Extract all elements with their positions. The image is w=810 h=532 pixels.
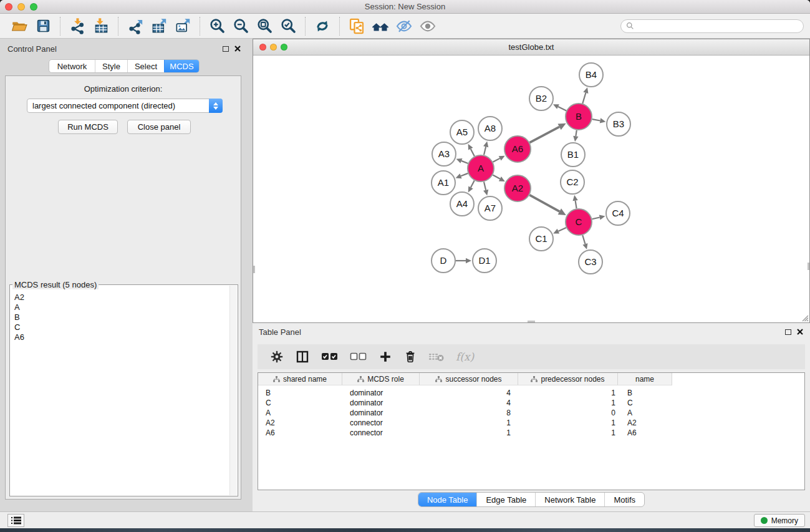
network-graph[interactable]: B4B2BB3B1A6A5A8A3AA1A4A7A2C2CC4C1C3DD1 — [253, 56, 809, 322]
tab-node-table[interactable]: Node Table — [418, 493, 477, 506]
graph-edge-B-B4[interactable] — [582, 93, 586, 104]
graph-edge-A2-C[interactable] — [529, 195, 559, 211]
tab-network-table[interactable]: Network Table — [535, 493, 604, 506]
result-item[interactable]: C — [14, 322, 229, 332]
save-session-button[interactable] — [31, 16, 55, 37]
table-row[interactable]: Bdominator41B — [258, 388, 804, 398]
clone-network-button[interactable] — [345, 16, 369, 37]
tab-style[interactable]: Style — [95, 60, 127, 72]
column-header-shared-name[interactable]: shared name — [258, 373, 342, 385]
run-mcds-button[interactable]: Run MCDS — [58, 120, 118, 134]
save-floppy-icon — [36, 18, 51, 34]
result-item[interactable]: A6 — [14, 332, 229, 342]
table-settings-button[interactable] — [270, 350, 284, 364]
float-panel-icon[interactable] — [223, 46, 229, 52]
tab-select[interactable]: Select — [127, 60, 164, 72]
column-header-name[interactable]: name — [618, 373, 672, 385]
search-icon — [626, 22, 634, 30]
right-scroll-hint[interactable] — [808, 263, 809, 270]
tab-network[interactable]: Network — [49, 60, 95, 72]
delete-column-button[interactable] — [403, 350, 417, 364]
function-builder-button[interactable]: f(x) — [456, 351, 474, 363]
result-item[interactable]: A — [14, 302, 229, 312]
graph-edge-A-A7[interactable] — [484, 181, 486, 190]
result-item[interactable]: A2 — [14, 293, 229, 302]
zoom-fit-button[interactable] — [253, 16, 276, 37]
tab-mcds[interactable]: MCDS — [164, 60, 199, 72]
table-row[interactable]: Adominator80A — [258, 408, 804, 418]
graph-edge-A-A4[interactable] — [471, 180, 475, 187]
memory-label: Memory — [771, 516, 798, 525]
table-cell — [672, 418, 804, 428]
network-canvas[interactable]: B4B2BB3B1A6A5A8A3AA1A4A7A2C2CC4C1C3DD1 — [253, 56, 809, 322]
close-panel-button[interactable]: Close panel — [127, 120, 191, 134]
tab-edge-table[interactable]: Edge Table — [476, 493, 535, 506]
edge-arrowhead-icon — [483, 141, 488, 147]
open-session-button[interactable] — [7, 16, 31, 37]
graph-edge-A6-B[interactable] — [529, 127, 559, 142]
export-network-button[interactable] — [123, 16, 147, 37]
graph-edge-B-B2[interactable] — [558, 107, 566, 110]
first-neighbors-button[interactable] — [369, 16, 392, 37]
resize-grip-icon[interactable] — [800, 313, 809, 322]
left-scroll-hint[interactable] — [253, 266, 255, 273]
table-cell — [672, 408, 804, 418]
search-input[interactable] — [637, 21, 803, 32]
float-table-panel-icon[interactable] — [785, 329, 791, 335]
table-row[interactable]: A2connector11A2 — [258, 418, 804, 428]
show-all-button[interactable] — [416, 16, 440, 37]
graph-edge-C-C3[interactable] — [582, 235, 585, 244]
deselect-all-button[interactable] — [350, 352, 367, 362]
export-image-button[interactable] — [171, 16, 195, 37]
graph-edge-A-A6[interactable] — [493, 158, 499, 162]
column-header-predecessor-nodes[interactable]: predecessor nodes — [518, 373, 618, 385]
graph-node-label: B2 — [536, 93, 547, 104]
import-table-button[interactable] — [89, 16, 113, 37]
table-row[interactable]: A6connector11A6 — [258, 428, 804, 438]
graph-edge-C-C1[interactable] — [558, 228, 566, 231]
zoom-in-button[interactable] — [205, 16, 229, 37]
export-table-button[interactable] — [147, 16, 171, 37]
graph-edge-A-A3[interactable] — [461, 161, 468, 163]
close-table-panel-icon[interactable] — [797, 329, 803, 335]
add-column-button[interactable] — [378, 350, 392, 364]
search-field[interactable] — [620, 19, 804, 33]
memory-button[interactable]: Memory — [754, 514, 805, 527]
zoom-selected-button[interactable] — [276, 16, 300, 37]
graph-edge-A-A8[interactable] — [484, 147, 486, 155]
session-list-button[interactable] — [7, 514, 24, 527]
select-all-button[interactable] — [321, 352, 339, 362]
graph-edge-B-B1[interactable] — [576, 130, 576, 137]
apply-layout-button[interactable] — [311, 16, 334, 37]
hide-selected-button[interactable] — [392, 16, 416, 37]
close-panel-icon[interactable] — [234, 46, 241, 52]
table-tabs: Node Table Edge Table Network Table Moti… — [253, 492, 810, 507]
result-list-scrollbar[interactable] — [229, 286, 237, 495]
mcds-result-list[interactable]: A2ABCA6 — [11, 291, 229, 495]
import-network-button[interactable] — [65, 16, 89, 37]
graph-edge-A-A1[interactable] — [461, 173, 468, 176]
graph-edge-C-C2[interactable] — [576, 201, 577, 209]
column-header-successor-nodes[interactable]: successor nodes — [420, 373, 518, 385]
graph-edge-A-A2[interactable] — [493, 175, 500, 178]
graph-edge-C-C4[interactable] — [592, 218, 599, 220]
network-window-titlebar[interactable]: testGlobe.txt — [253, 39, 809, 56]
mcds-result-title: MCDS result (5 nodes) — [12, 280, 99, 289]
graph-node-label: A — [478, 163, 484, 173]
eye-slash-icon — [395, 17, 413, 35]
export-table-icon — [151, 17, 168, 34]
zoom-out-button[interactable] — [229, 16, 253, 37]
bottom-scroll-hint[interactable] — [528, 321, 535, 322]
show-columns-button[interactable] — [295, 349, 310, 364]
table-row[interactable]: Cdominator41C — [258, 398, 804, 408]
tab-motifs[interactable]: Motifs — [604, 493, 644, 506]
delete-table-button[interactable] — [428, 351, 445, 362]
control-panel-tabs: Network Style Select MCDS — [49, 59, 200, 73]
column-label: shared name — [283, 375, 327, 384]
table-cell: 8 — [420, 408, 518, 418]
graph-edge-A-A5[interactable] — [471, 149, 475, 157]
result-item[interactable]: B — [14, 312, 229, 322]
optimization-criterion-select[interactable]: largest connected component (directed) — [27, 99, 223, 113]
column-header-mcds-role[interactable]: MCDS role — [342, 373, 420, 385]
graph-edge-B-B3[interactable] — [592, 119, 600, 120]
